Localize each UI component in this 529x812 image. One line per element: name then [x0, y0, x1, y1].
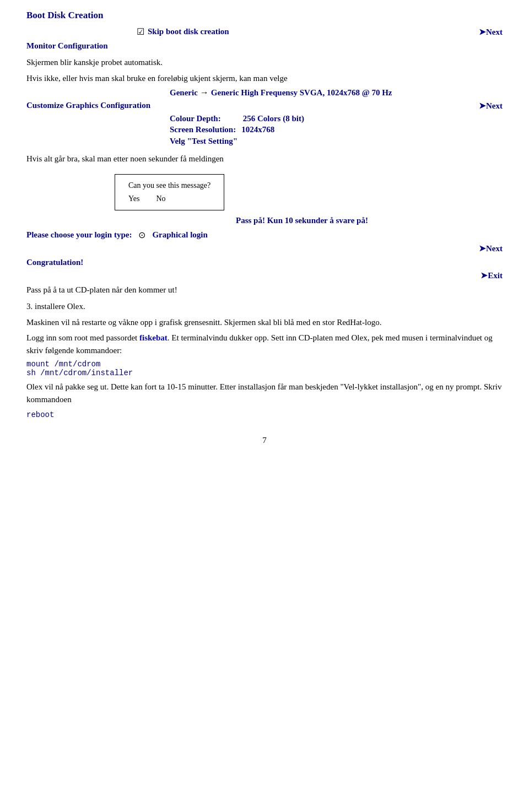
olex-text: Olex vil nå pakke seg ut. Dette kan fort… [26, 381, 503, 405]
step3-label: 3. installere Olex. [26, 300, 503, 313]
generic-label: Generic [170, 88, 198, 98]
graphical-login-label: Graphical login [152, 230, 207, 240]
velg-test-label: Velg "Test Setting" [170, 137, 237, 145]
dialog-no-label: No [156, 194, 165, 203]
customize-header: Customize Graphics Configuration [26, 101, 150, 110]
skip-checkbox-label: Skip boot disk creation [148, 27, 229, 36]
next2-label: ➤Next [479, 101, 503, 110]
fiskebat-link: fiskebat [139, 333, 168, 342]
screen-res-label: Screen Resolution: [170, 125, 236, 134]
colour-depth-value: 256 Colors (8 bit) [243, 114, 304, 123]
monitor-config-header: Monitor Configuration [26, 41, 108, 50]
radio-icon: ⊙ [138, 230, 145, 240]
arrow-icon: → [200, 88, 209, 98]
generic-high-label: Generic High Frequensy SVGA, 1024x768 @ … [211, 88, 392, 98]
logg-inn-text: Logg inn som root med passordet fiskebat… [26, 332, 503, 356]
skip-checkbox-icon: ☑ [137, 26, 144, 37]
monitor-config-text: Skjermen blir kanskje probet automatisk. [26, 56, 503, 69]
pass-pa-text: Pass på! Kun 10 sekunder å svare på! [236, 216, 368, 225]
page-number: 7 [26, 436, 503, 445]
if-ok-text: Hvis alt går bra, skal man etter noen se… [26, 153, 503, 165]
congratulation-label: Congratulation! [26, 258, 83, 267]
mount-cmd: mount /mnt/cdrom [26, 360, 503, 369]
next1-label: ➤Next [479, 27, 503, 37]
dialog-message: Can you see this message? [128, 181, 210, 190]
dialog-box: Can you see this message? Yes No [115, 174, 224, 210]
screen-res-value: 1024x768 [241, 125, 274, 134]
login-label: Please choose your login type: [26, 230, 132, 240]
exit-label: ➤Exit [481, 271, 503, 280]
maskinen-text: Maskinen vil nå restarte og våkne opp i … [26, 316, 503, 329]
colour-depth-label: Colour Depth: [170, 114, 221, 123]
next3-label: ➤Next [479, 244, 503, 253]
reboot-cmd: reboot [26, 410, 54, 419]
page-title: Boot Disk Creation [26, 10, 503, 21]
monitor-config-detail: Hvis ikke, eller hvis man skal bruke en … [26, 72, 503, 85]
sh-cmd: sh /mnt/cdrom/installer [26, 369, 503, 377]
dialog-yes-label: Yes [128, 194, 139, 203]
pass-pa-cd: Pass på å ta ut CD-platen når den kommer… [26, 284, 503, 296]
